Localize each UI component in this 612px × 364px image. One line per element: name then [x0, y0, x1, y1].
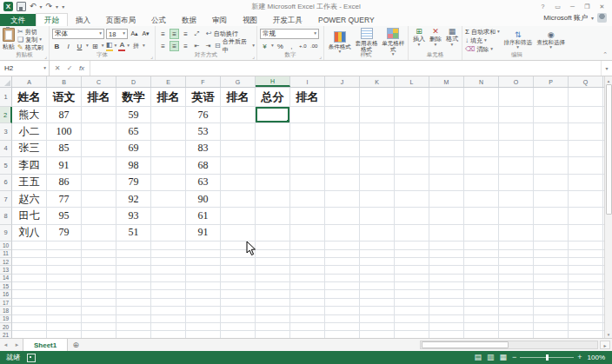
cell-H14[interactable]	[256, 275, 290, 282]
cell-A16[interactable]	[12, 290, 47, 298]
percent-style-icon[interactable]: %	[276, 41, 285, 51]
redo-dropdown-icon[interactable]: ▾	[56, 4, 58, 10]
cell-F6[interactable]: 63	[186, 175, 221, 191]
cell-Q20[interactable]	[569, 323, 603, 331]
cell-Q19[interactable]	[569, 315, 603, 323]
cell-D10[interactable]	[116, 242, 151, 249]
cell-M8[interactable]	[429, 208, 464, 224]
cell-N19[interactable]	[464, 315, 499, 323]
cell-F14[interactable]	[186, 275, 221, 282]
cell-B7[interactable]: 77	[47, 191, 82, 208]
cell-B14[interactable]	[47, 275, 82, 282]
undo-dropdown-icon[interactable]: ▾	[40, 4, 43, 10]
grow-font-icon[interactable]: A▴	[130, 29, 139, 39]
insert-cells-button[interactable]: ⊞ 插入 ▾	[411, 28, 427, 47]
cell-P7[interactable]	[534, 191, 569, 208]
cell-H9[interactable]	[256, 225, 290, 242]
ribbon-display-options-icon[interactable]: ▭	[551, 2, 564, 12]
cell-H16[interactable]	[256, 290, 290, 298]
cancel-icon[interactable]: ✕	[51, 64, 63, 72]
cell-K7[interactable]	[360, 191, 395, 208]
cell-O5[interactable]	[499, 157, 534, 174]
cell-N5[interactable]	[464, 157, 499, 174]
bold-button[interactable]: B	[52, 41, 62, 51]
cell-L20[interactable]	[395, 323, 429, 331]
vertical-scrollbar-thumb[interactable]	[606, 84, 612, 215]
cell-G7[interactable]	[221, 191, 256, 208]
undo-icon[interactable]: ↶	[30, 3, 37, 10]
cell-N15[interactable]	[464, 282, 499, 290]
cell-M13[interactable]	[429, 266, 464, 274]
cell-M4[interactable]	[429, 141, 464, 157]
cell-D4[interactable]: 69	[116, 141, 151, 157]
italic-button[interactable]: I	[63, 41, 73, 51]
cell-I17[interactable]	[290, 299, 325, 307]
cell-F9[interactable]: 91	[186, 225, 221, 242]
cell-M14[interactable]	[429, 275, 464, 282]
enter-icon[interactable]: ✓	[63, 64, 76, 72]
macro-record-icon[interactable]	[27, 354, 36, 362]
cell-E7[interactable]	[151, 191, 186, 208]
cell-P13[interactable]	[534, 266, 569, 274]
cell-N2[interactable]	[464, 107, 499, 123]
delete-cells-button[interactable]: ✕ 删除 ▾	[428, 28, 443, 47]
cell-D11[interactable]	[116, 250, 151, 258]
cell-N21[interactable]	[464, 331, 499, 338]
cell-N4[interactable]	[464, 141, 499, 157]
cell-F5[interactable]: 68	[186, 157, 221, 174]
page-break-view-icon[interactable]: ▦	[499, 354, 507, 361]
cell-I12[interactable]	[290, 258, 325, 266]
cell-Q9[interactable]	[569, 225, 603, 242]
cell-H2[interactable]	[256, 107, 290, 123]
cell-E18[interactable]	[151, 307, 186, 314]
cell-I19[interactable]	[290, 315, 325, 323]
zoom-out-icon[interactable]: −	[512, 354, 516, 361]
cell-C18[interactable]	[82, 307, 116, 314]
fill-button[interactable]: ↓ 填充 ▾	[465, 36, 500, 44]
cell-I9[interactable]	[290, 225, 325, 242]
tab-view[interactable]: 视图	[235, 14, 265, 26]
cell-K13[interactable]	[360, 266, 395, 274]
cell-J6[interactable]	[325, 175, 360, 191]
cell-P11[interactable]	[534, 250, 569, 258]
column-header-A[interactable]: A	[12, 76, 47, 87]
cell-G2[interactable]	[221, 107, 256, 123]
row-header-14[interactable]: 14	[0, 275, 12, 282]
cell-L18[interactable]	[395, 307, 429, 314]
cell-B16[interactable]	[47, 290, 82, 298]
cell-M21[interactable]	[429, 331, 464, 338]
cell-P14[interactable]	[534, 275, 569, 282]
cell-F16[interactable]	[186, 290, 221, 298]
number-dialog-launcher-icon[interactable]: ⌟	[319, 53, 322, 59]
cell-O13[interactable]	[499, 266, 534, 274]
cell-C10[interactable]	[82, 242, 116, 249]
cell-K16[interactable]	[360, 290, 395, 298]
cell-E6[interactable]	[151, 175, 186, 191]
cell-N16[interactable]	[464, 290, 499, 298]
scroll-right-icon[interactable]: ▸	[600, 341, 610, 349]
formula-input[interactable]	[90, 61, 601, 76]
font-name-combo[interactable]: 宋体▾	[52, 29, 104, 39]
decrease-decimal-icon[interactable]: .00	[309, 41, 319, 51]
insert-function-icon[interactable]: fx	[76, 64, 88, 72]
cell-G15[interactable]	[221, 282, 256, 290]
cell-C19[interactable]	[82, 315, 116, 323]
cell-D6[interactable]: 79	[116, 175, 151, 191]
cell-K21[interactable]	[360, 331, 395, 338]
cell-M10[interactable]	[429, 242, 464, 249]
cell-O12[interactable]	[499, 258, 534, 266]
merge-center-button[interactable]: ⊟ 合并后居中 ▾	[215, 43, 255, 50]
cell-Q13[interactable]	[569, 266, 603, 274]
tab-formulas[interactable]: 公式	[143, 14, 174, 26]
cell-O10[interactable]	[499, 242, 534, 249]
cell-N18[interactable]	[464, 307, 499, 314]
cell-B9[interactable]: 79	[47, 225, 82, 242]
cell-C12[interactable]	[82, 258, 116, 266]
cell-D15[interactable]	[116, 282, 151, 290]
cell-M3[interactable]	[429, 123, 464, 140]
cell-F17[interactable]	[186, 299, 221, 307]
cell-A2[interactable]: 熊大	[12, 107, 47, 123]
cell-N10[interactable]	[464, 242, 499, 249]
cell-F10[interactable]	[186, 242, 221, 249]
cell-A19[interactable]	[12, 315, 47, 323]
